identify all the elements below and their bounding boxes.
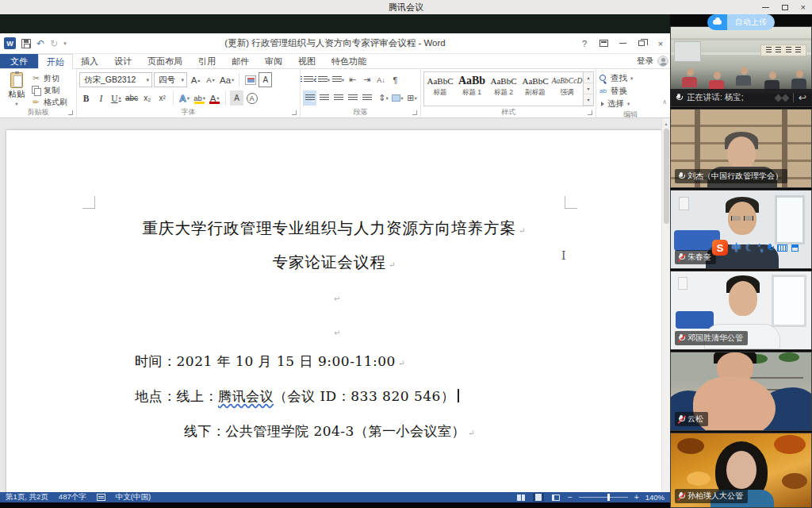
font-color-button[interactable]: A▾: [208, 90, 221, 106]
paragraph-dialog-launcher[interactable]: [412, 110, 417, 115]
tab-home[interactable]: 开始: [38, 54, 73, 69]
word-restore-icon[interactable]: [632, 34, 651, 53]
find-button[interactable]: 查找 ▾: [599, 72, 662, 84]
zoom-in-icon[interactable]: +: [634, 493, 639, 502]
numbering-button[interactable]: ▾: [317, 72, 331, 87]
highlight-color-button[interactable]: ab▾: [193, 90, 206, 106]
auto-upload-label[interactable]: 自动上传: [727, 14, 775, 30]
auto-upload-button[interactable]: 自动上传: [707, 14, 775, 30]
save-icon[interactable]: [21, 39, 31, 48]
read-mode-icon[interactable]: [515, 493, 527, 502]
collapse-ribbon-icon[interactable]: ∧: [662, 98, 667, 106]
ime-punctuation-icon[interactable]: ’,: [758, 242, 764, 253]
font-name-value[interactable]: 仿宋_GB2312: [84, 75, 136, 86]
character-shading-button[interactable]: A: [230, 90, 243, 106]
style-item[interactable]: AaBbC 标题: [424, 72, 456, 106]
tab-mailings[interactable]: 邮件: [224, 54, 257, 68]
vertical-scrollbar[interactable]: ▴: [661, 118, 670, 492]
help-icon[interactable]: ?: [575, 34, 594, 53]
undo-icon[interactable]: ↶: [36, 38, 44, 49]
print-layout-icon[interactable]: [533, 493, 544, 502]
replace-label[interactable]: 替换: [611, 86, 627, 97]
gallery-up-icon[interactable]: ▴: [584, 72, 593, 83]
increase-indent-button[interactable]: ⇥: [360, 72, 373, 87]
page-indicator[interactable]: 第1页, 共2页: [6, 492, 48, 502]
font-size-value[interactable]: 四号: [159, 75, 175, 86]
align-center-button[interactable]: [317, 90, 331, 106]
zoom-slider[interactable]: [579, 497, 628, 498]
meeting-link[interactable]: 腾讯会议: [218, 388, 274, 404]
video-tile[interactable]: 孙柏瑛人大公管: [670, 433, 812, 508]
ime-keyboard-icon[interactable]: [777, 244, 787, 252]
phonetic-guide-icon[interactable]: [243, 72, 257, 87]
format-painter-label[interactable]: 格式刷: [44, 97, 67, 108]
account-avatar[interactable]: [657, 56, 668, 67]
sogou-logo-icon[interactable]: S: [712, 240, 728, 256]
tab-special-features[interactable]: 特色功能: [324, 54, 374, 68]
change-case-button[interactable]: Aa▾: [219, 72, 235, 87]
paste-dropdown-icon[interactable]: ▾: [15, 101, 17, 107]
shading-button[interactable]: ▾: [391, 90, 404, 106]
italic-button[interactable]: I: [94, 90, 108, 106]
video-tile[interactable]: 邓国胜清华公管: [670, 271, 812, 350]
close-icon[interactable]: ×: [801, 0, 806, 14]
find-label[interactable]: 查找: [611, 73, 627, 84]
document-page[interactable]: 重庆大学行政管理专业组织与人力资源方向培养方案↵ 专家论证会议程↵ ↵ ↵ 时间…: [6, 130, 661, 492]
word-count[interactable]: 487个字: [59, 492, 86, 502]
font-dialog-launcher[interactable]: [292, 110, 297, 115]
replace-button[interactable]: ab 替换: [599, 85, 662, 97]
paste-button[interactable]: 粘贴 ▾: [2, 71, 31, 107]
tab-references[interactable]: 引用: [190, 54, 224, 68]
underline-button[interactable]: U▾: [109, 90, 123, 106]
tab-review[interactable]: 审阅: [257, 54, 290, 68]
video-tile[interactable]: 刘杰（中国行政管理学会）: [670, 109, 812, 188]
video-tile[interactable]: 云松: [670, 352, 812, 431]
gallery-down-icon[interactable]: ▾: [584, 83, 593, 94]
tab-file[interactable]: 文件: [0, 54, 38, 68]
font-size-dropdown-icon[interactable]: ▾: [181, 77, 184, 83]
ime-toolbar[interactable]: S 中 ☾ ’,: [712, 240, 799, 256]
zoom-out-icon[interactable]: −: [568, 493, 573, 502]
web-layout-icon[interactable]: [550, 493, 561, 502]
strikethrough-button[interactable]: abc: [124, 90, 139, 106]
shrink-font-button[interactable]: A▾: [204, 72, 217, 87]
ime-mic-icon[interactable]: [767, 244, 773, 252]
zoom-slider-thumb[interactable]: [607, 494, 610, 501]
clipboard-dialog-launcher[interactable]: [68, 110, 73, 115]
ime-toolbox-icon[interactable]: [791, 244, 799, 252]
line-spacing-button[interactable]: ⇕▾: [377, 90, 390, 106]
font-size-select[interactable]: 四号 ▾: [154, 72, 187, 87]
tab-design[interactable]: 设计: [106, 54, 140, 68]
align-left-button[interactable]: [303, 90, 316, 106]
ribbon-display-options-icon[interactable]: [594, 34, 613, 53]
tab-view[interactable]: 视图: [290, 54, 324, 68]
style-item[interactable]: AaBbC 副标题: [519, 72, 551, 106]
reply-arrow-icon[interactable]: ↩: [799, 92, 806, 103]
maximize-icon[interactable]: [782, 5, 788, 10]
style-item[interactable]: AaBbCcD 强调: [551, 72, 583, 106]
style-item[interactable]: AaBbC 标题 2: [488, 72, 519, 106]
ime-halfmoon-icon[interactable]: ☾: [745, 242, 754, 253]
sign-in-label[interactable]: 登录: [637, 56, 653, 67]
style-item[interactable]: AaBb 标题 1: [456, 72, 488, 106]
word-minimize-icon[interactable]: [613, 34, 632, 53]
styles-gallery-scroll[interactable]: ▴ ▾ ▾: [583, 72, 593, 106]
decrease-indent-button[interactable]: ⇤: [346, 72, 359, 87]
grow-font-button[interactable]: A▴: [189, 72, 202, 87]
redo-icon[interactable]: ↻: [50, 38, 58, 49]
font-name-select[interactable]: 仿宋_GB2312 ▾: [79, 72, 152, 87]
minimize-icon[interactable]: [762, 7, 769, 8]
proofing-icon[interactable]: [97, 494, 105, 501]
select-button[interactable]: 选择 ▾: [599, 98, 662, 110]
word-close-icon[interactable]: ×: [651, 34, 670, 53]
sort-button[interactable]: A↓: [374, 72, 388, 87]
borders-button[interactable]: ⊞▾: [405, 90, 419, 106]
font-name-dropdown-icon[interactable]: ▾: [146, 77, 149, 83]
show-marks-button[interactable]: ¶: [389, 72, 402, 87]
subscript-button[interactable]: x₂: [140, 90, 154, 106]
cut-button[interactable]: ✂ 剪切: [31, 73, 67, 83]
superscript-button[interactable]: x²: [155, 90, 169, 106]
paste-label[interactable]: 粘贴: [9, 89, 25, 100]
copy-button[interactable]: 复制: [31, 85, 67, 95]
scroll-up-icon[interactable]: ▴: [662, 118, 670, 128]
